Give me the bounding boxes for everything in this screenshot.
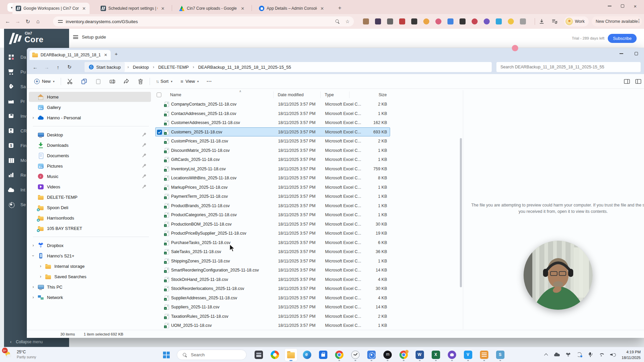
weather-widget[interactable]: 9+ 25°C Partly sunny [3, 349, 36, 360]
search-icon[interactable] [334, 18, 340, 24]
sidebar-item-spoon-deli[interactable]: Spoon Deli [29, 202, 151, 213]
tray-chevron-up-icon[interactable] [543, 351, 549, 358]
breadcrumb-segment[interactable]: DEARBackup_11_18_2025_18_11_2025-15_55 [197, 65, 292, 70]
explorer-up-icon[interactable]: ↑ [52, 62, 64, 72]
explorer-back-icon[interactable]: ← [30, 62, 41, 72]
browser-menu-icon[interactable]: ⋮ [637, 18, 641, 23]
notification-bubble[interactable] [512, 45, 518, 51]
sidebar-item-documents[interactable]: Documents [29, 150, 151, 161]
taskbar-app-settings[interactable] [365, 348, 378, 361]
chevron-right-icon[interactable]: › [29, 285, 38, 289]
address-bar[interactable]: inventory.dearsystems.com/GSuites ☆ [53, 16, 354, 26]
extension-orange-drop-icon[interactable] [423, 18, 429, 24]
sidebar-item-delete-temp[interactable]: DELETE-TEMP [29, 192, 151, 202]
browser-tab[interactable]: Google Workspaces | Cin7 Core✕ [12, 3, 90, 14]
column-type[interactable]: Type [325, 93, 334, 97]
new-tab-button[interactable]: + [335, 4, 344, 12]
breadcrumb-segment[interactable]: DELETE-TEMP [157, 65, 190, 70]
sidebar-item-music[interactable]: Music [29, 171, 151, 181]
new-button[interactable]: + New ▾ [30, 76, 59, 87]
back-icon[interactable]: ← [3, 16, 13, 26]
rename-button[interactable]: A [105, 76, 119, 87]
file-row[interactable]: axCustomPrices_2025-11-18.csv18/11/2025 … [155, 136, 390, 146]
extension-dark-x-icon[interactable] [375, 18, 381, 24]
sidebar-item-dropbox[interactable]: ›Dropbox [29, 240, 151, 250]
site-info-icon[interactable] [58, 19, 63, 24]
explorer-search-input[interactable]: Search DEARBackup_11_18_2025_18_11_2025-… [496, 62, 641, 72]
taskbar-app-chrome-badge[interactable] [397, 348, 410, 361]
sidebar-item-videos[interactable]: Videos [29, 182, 151, 192]
file-row[interactable]: axShippingZones_2025-11-18.csv18/11/2025… [155, 256, 390, 266]
collapse-menu-button[interactable]: ‹ Collapse menu [4, 339, 43, 344]
share-button[interactable] [119, 76, 133, 87]
subscribe-button[interactable]: Subscribe [608, 34, 637, 43]
file-row[interactable]: axStockOnHand_2025-11-18.csv18/11/2025 3… [155, 275, 390, 284]
file-row[interactable]: axProductBrands_2025-11-18.csv18/11/2025… [155, 201, 390, 210]
file-row[interactable]: axProductionBOM_2025-11-18.csv18/11/2025… [155, 220, 390, 229]
extension-red-shield-icon[interactable] [472, 18, 478, 24]
explorer-new-tab-button[interactable]: + [115, 51, 118, 57]
sidebar-item-internal-storage[interactable]: ›Internal storage [29, 261, 151, 271]
details-pane-icon[interactable] [624, 78, 630, 84]
extension-pink-shield-icon[interactable] [435, 18, 441, 24]
extension-barcode-icon[interactable] [387, 18, 393, 24]
more-options-button[interactable]: ••• [203, 76, 216, 87]
column-name[interactable]: Name [170, 93, 181, 97]
file-row[interactable]: axCompanyContacts_2025-11-18.csv18/11/20… [155, 100, 390, 109]
sidebar-item-this-pc[interactable]: ›This PC [29, 282, 151, 292]
browser-tab[interactable]: Cin7 Core uploads - Google Dri✕ [176, 3, 248, 14]
tray-mic-icon[interactable] [587, 351, 594, 358]
chevron-down-icon[interactable]: › [31, 251, 36, 260]
file-row[interactable]: axCustomerAddresses_2025-11-18.csv18/11/… [155, 118, 390, 127]
sidebar-item-harrisonfoods[interactable]: Harrisonfoods [29, 213, 151, 223]
extension-mailtrack-monkey-icon[interactable] [363, 18, 369, 24]
file-row[interactable]: axPaymentTerm_2025-11-18.csv18/11/2025 3… [155, 192, 390, 201]
taskbar-app-store[interactable] [317, 348, 330, 361]
minimize-button[interactable] [608, 6, 611, 6]
file-row[interactable]: axLocationsWithBins_2025-11-18.csv18/11/… [155, 173, 390, 183]
column-size[interactable]: Size [353, 93, 387, 97]
breadcrumb-start-backup[interactable]: Start backup [85, 62, 125, 72]
explorer-tab[interactable]: DEARBackup_11_18_2025_18_11 ✕ [30, 50, 111, 60]
file-row[interactable]: axMarkupPrices_2025-11-18.csv18/11/2025 … [155, 183, 390, 192]
sidebar-item-hanno-personal[interactable]: ›Hanno - Personal [29, 113, 151, 123]
tray-volume-icon[interactable] [609, 351, 616, 358]
downloads-icon[interactable] [539, 18, 545, 24]
bookmark-star-icon[interactable]: ☆ [344, 18, 351, 24]
sidebar-item-desktop[interactable]: Desktop [29, 130, 151, 140]
tab-close-icon[interactable]: ✕ [160, 6, 166, 11]
chevron-right-icon[interactable]: › [29, 115, 38, 120]
taskbar-app-word[interactable] [413, 348, 426, 361]
file-row[interactable]: axInventoryList_2025-11-18.csv18/11/2025… [155, 164, 390, 174]
browser-tab[interactable]: Scheduled report settings | Cin7✕ [97, 3, 168, 14]
cut-button[interactable] [63, 76, 77, 87]
sidebar-item-pictures[interactable]: Pictures [29, 161, 151, 171]
explorer-maximize-button[interactable] [635, 52, 638, 55]
sidebar-item-home[interactable]: Home [29, 92, 151, 102]
tab-close-icon[interactable]: ✕ [240, 6, 246, 11]
file-row[interactable]: axDiscountMatrix_2025-11-18.csv18/11/202… [155, 146, 390, 155]
home-icon[interactable]: ⌂ [33, 16, 43, 26]
taskbar-app-sublime[interactable] [494, 348, 507, 361]
tab-close-icon[interactable]: ✕ [81, 6, 87, 11]
tray-onedrive-icon[interactable] [554, 351, 560, 358]
maximize-button[interactable] [621, 4, 624, 8]
taskbar-app-clock[interactable] [349, 348, 362, 361]
column-date-modified[interactable]: Date modified [278, 93, 304, 97]
forward-icon[interactable]: → [13, 16, 23, 26]
taskbar-app-notes[interactable] [478, 348, 491, 361]
sidebar-item-saved-searches[interactable]: ›Saved Searches [29, 272, 151, 282]
chevron-right-icon[interactable]: › [36, 264, 45, 268]
taskbar-app-excel[interactable] [429, 348, 442, 361]
taskbar-clock[interactable]: 4:19 PM 18/11/2025 [622, 349, 641, 360]
setup-guide-button[interactable]: Setup guide [73, 35, 106, 40]
taskbar-app-chrome[interactable] [333, 348, 346, 361]
reading-list-icon[interactable] [551, 18, 557, 24]
file-row[interactable]: axGiftCards_2025-11-18.csv18/11/2025 3:5… [155, 155, 390, 164]
taskbar-app-github[interactable] [445, 348, 459, 361]
file-row[interactable]: axPurchaseTasks_2025-11-18.csv18/11/2025… [155, 238, 390, 247]
taskbar-app-edge[interactable] [301, 348, 314, 361]
file-row[interactable]: axStockReorderlocations_2025-11-18.csv18… [155, 284, 390, 293]
chevron-right-icon[interactable]: › [29, 243, 38, 248]
preview-pane-icon[interactable] [635, 78, 641, 84]
